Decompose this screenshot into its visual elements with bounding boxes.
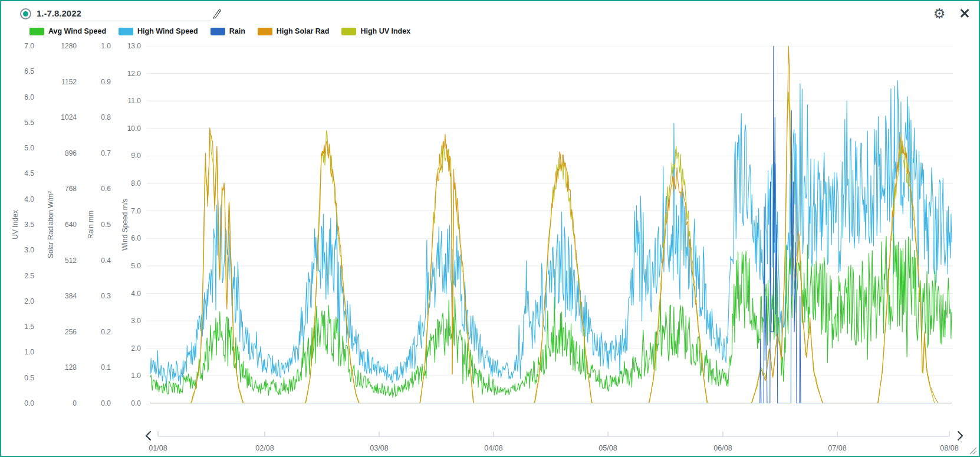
period-radio-button[interactable] [20, 8, 31, 19]
settings-button[interactable]: ⚙ [932, 6, 947, 21]
y-tick-label-solar: 1152 [41, 78, 77, 86]
legend-item-rain[interactable]: Rain [211, 27, 245, 35]
y-axis-title-rain: Rain mm [87, 160, 95, 290]
x-tick-label: 02/08 [246, 444, 284, 452]
resize-handle-icon[interactable] [967, 446, 978, 455]
y-tick-label-wind: 0.0 [106, 399, 141, 407]
y-axis-title-wind: Wind Speed m/s [121, 160, 129, 290]
series-avg-wind-speed [150, 234, 952, 397]
y-tick-label-wind: 10.0 [106, 124, 141, 133]
y-tick-label-solar: 384 [41, 292, 77, 300]
y-tick-label-solar: 128 [41, 363, 77, 371]
scroll-right-button[interactable] [955, 430, 966, 441]
y-tick-label-wind: 12.0 [106, 70, 141, 78]
y-tick-label-wind: 9.0 [106, 152, 141, 160]
weather-dashboard-window: ⚙ Avg Wind SpeedHigh Wind SpeedRainHigh … [0, 0, 980, 457]
chart-plot-area[interactable] [147, 46, 953, 403]
y-tick-label-uv: 1.5 [0, 323, 34, 331]
legend-label: Rain [229, 27, 245, 35]
gear-icon: ⚙ [933, 7, 946, 21]
legend-swatch-icon [341, 28, 356, 35]
legend-item-avg_wind[interactable]: Avg Wind Speed [29, 27, 106, 35]
legend-label: High UV Index [360, 27, 410, 35]
y-tick-label-rain: 0.8 [75, 113, 111, 121]
x-tick-label: 01/08 [139, 444, 177, 452]
x-tick-label: 05/08 [589, 444, 627, 452]
y-tick-label-wind: 1.0 [106, 371, 141, 380]
edit-button[interactable] [211, 8, 223, 19]
pencil-icon [212, 8, 222, 19]
legend-swatch-icon [119, 28, 133, 35]
x-tick-label: 08/08 [930, 444, 968, 452]
y-tick-label-rain: 0.9 [75, 78, 111, 86]
y-tick-label-uv: 2.0 [0, 297, 34, 305]
chevron-right-icon [956, 430, 965, 441]
y-tick-label-wind: 13.0 [106, 42, 141, 50]
x-tick-label: 06/08 [704, 444, 742, 452]
y-tick-label-rain: 0.2 [75, 328, 111, 336]
x-tick-label: 04/08 [475, 444, 512, 452]
y-axis-title-solar: Solar Radiation W/m² [47, 160, 55, 290]
legend-label: Avg Wind Speed [48, 27, 106, 35]
x-tick-label: 03/08 [360, 444, 398, 452]
date-range-input[interactable] [35, 5, 211, 21]
x-tick-label: 07/08 [818, 444, 856, 452]
y-tick-label-uv: 7.0 [0, 42, 34, 50]
close-icon [959, 7, 971, 19]
legend-item-solar[interactable]: High Solar Rad [258, 27, 330, 35]
legend-label: High Solar Rad [277, 27, 330, 35]
y-tick-label-uv: 5.5 [0, 119, 34, 127]
close-button[interactable] [959, 7, 971, 19]
legend-swatch-icon [29, 28, 44, 35]
y-tick-label-wind: 3.0 [106, 317, 141, 325]
radio-dot-icon [23, 11, 28, 17]
y-tick-label-solar: 896 [41, 149, 77, 157]
y-tick-label-solar: 0 [41, 399, 77, 407]
chevron-left-icon [144, 430, 152, 441]
legend: Avg Wind SpeedHigh Wind SpeedRainHigh So… [29, 27, 410, 35]
legend-swatch-icon [211, 28, 225, 35]
y-tick-label-rain: 0.1 [75, 363, 111, 371]
y-axis-title-uv: UV Index [11, 160, 19, 290]
y-tick-label-uv: 0.5 [0, 374, 34, 382]
legend-label: High Wind Speed [137, 27, 198, 35]
radio-ring [20, 8, 31, 19]
y-tick-label-uv: 0.0 [0, 399, 34, 407]
y-tick-label-uv: 5.0 [0, 144, 34, 152]
y-tick-label-wind: 4.0 [106, 290, 141, 298]
y-tick-label-solar: 1280 [41, 42, 77, 50]
y-tick-label-uv: 1.0 [0, 348, 34, 356]
series-high-uv-index [150, 92, 952, 403]
y-tick-label-solar: 1024 [41, 113, 77, 121]
y-tick-label-uv: 6.5 [0, 67, 34, 75]
legend-swatch-icon [258, 28, 272, 35]
scroll-left-button[interactable] [143, 430, 153, 441]
y-tick-label-wind: 2.0 [106, 344, 141, 353]
legend-item-uv[interactable]: High UV Index [341, 27, 410, 35]
legend-item-high_wind[interactable]: High Wind Speed [119, 27, 198, 35]
y-tick-label-solar: 256 [41, 328, 77, 336]
y-tick-label-wind: 11.0 [106, 97, 141, 105]
y-tick-label-uv: 6.0 [0, 93, 34, 101]
